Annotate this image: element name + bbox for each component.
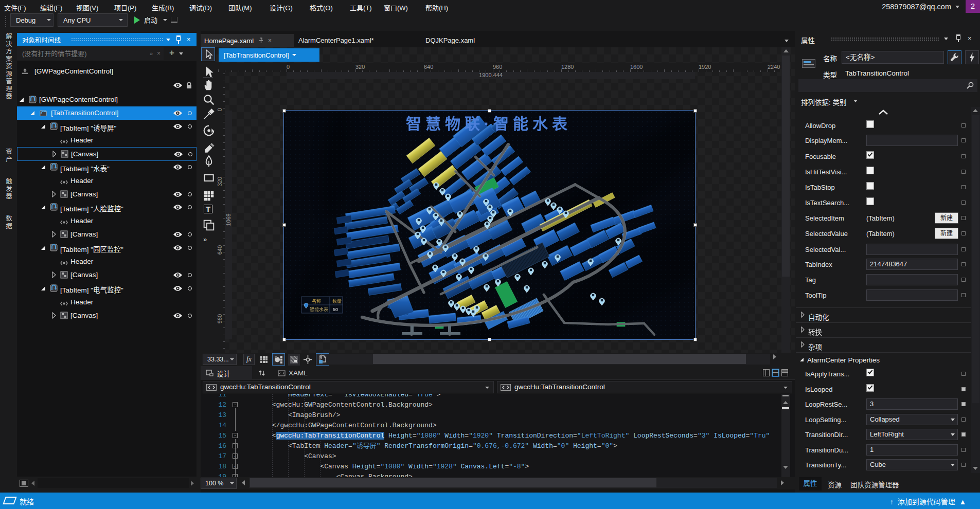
svg-text:名称: 名称 [312,298,321,304]
svg-text:数量: 数量 [332,298,342,304]
svg-text:智慧物联·智能水表: 智慧物联·智能水表 [406,115,572,132]
svg-text:智能水表: 智能水表 [310,306,328,312]
svg-text:50: 50 [333,307,338,312]
